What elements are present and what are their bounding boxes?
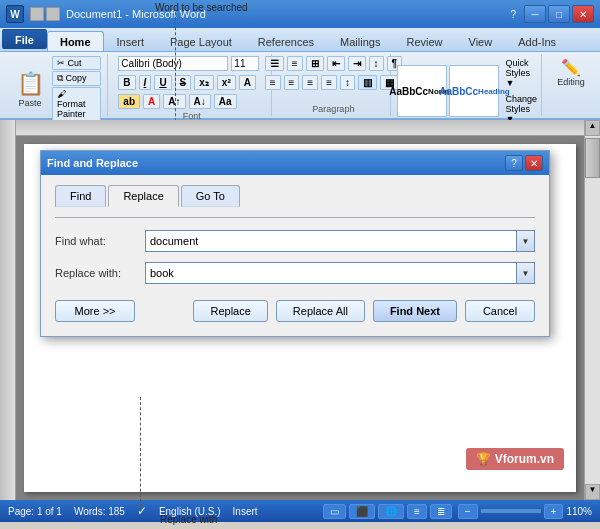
tab-find[interactable]: Find <box>55 185 106 207</box>
editing-group: ✏️ Editing <box>546 54 596 116</box>
outline-button[interactable]: ≡ <box>407 504 427 519</box>
align-left-button[interactable]: ≡ <box>265 75 281 90</box>
copy-button[interactable]: ⧉ Copy <box>52 71 101 86</box>
zoom-out-button[interactable]: − <box>458 504 478 519</box>
dialog-titlebar: Find and Replace ? ✕ <box>41 151 549 175</box>
font-color-button[interactable]: A <box>143 94 160 109</box>
paste-button[interactable]: 📋 Paste <box>10 68 50 110</box>
web-layout-button[interactable]: 🌐 <box>378 504 404 519</box>
tab-page-layout[interactable]: Page Layout <box>157 31 245 51</box>
tab-review[interactable]: Review <box>393 31 455 51</box>
dialog-tabs: Find Replace Go To <box>55 185 535 207</box>
cancel-button[interactable]: Cancel <box>465 300 535 322</box>
view-buttons: ▭ ⬛ 🌐 ≡ ≣ <box>323 504 452 519</box>
quick-access-undo[interactable] <box>46 7 60 21</box>
find-next-button[interactable]: Find Next <box>373 300 457 322</box>
word-count: Words: 185 <box>74 506 125 517</box>
zoom-slider[interactable] <box>481 509 541 513</box>
zoom-in-button[interactable]: + <box>544 504 564 519</box>
close-button[interactable]: ✕ <box>572 5 594 23</box>
align-right-button[interactable]: ≡ <box>302 75 318 90</box>
numbering-button[interactable]: ≡ <box>287 56 303 71</box>
tab-replace[interactable]: Replace <box>108 185 178 207</box>
decrease-indent-button[interactable]: ⇤ <box>327 56 345 71</box>
paragraph-group: ☰ ≡ ⊞ ⇤ ⇥ ↕ ¶ ≡ ≡ ≡ ≡ ↕ ▥ ▦ Pa <box>276 54 391 116</box>
paragraph-label: Paragraph <box>312 104 354 114</box>
find-replace-dialog: Find and Replace ? ✕ Find Replace Go To <box>40 150 550 337</box>
spell-check-icon[interactable]: ✓ <box>137 504 147 518</box>
bold-button[interactable]: B <box>118 75 135 90</box>
font-group: B I U S x₂ x² A ab A A↑ A↓ Aa Font <box>112 54 272 116</box>
heading1-style[interactable]: AaBbCcHeading <box>449 65 499 117</box>
dialog-close-button[interactable]: ✕ <box>525 155 543 171</box>
replace-input[interactable] <box>145 262 517 284</box>
dialog-separator <box>55 217 535 218</box>
editing-icon: ✏️ <box>561 58 581 77</box>
font-size-input[interactable] <box>231 56 259 71</box>
sort-button[interactable]: ↕ <box>369 56 384 71</box>
styles-group: AaBbCcNormal AaBbCcHeading Quick Styles … <box>395 54 542 116</box>
tab-home[interactable]: Home <box>47 31 104 51</box>
quick-styles-button[interactable]: Quick Styles ▼ <box>503 56 539 90</box>
status-bar: Page: 1 of 1 Words: 185 ✓ English (U.S.)… <box>0 500 600 522</box>
tab-file[interactable]: File <box>2 29 47 49</box>
find-label: Find what: <box>55 235 145 247</box>
more-button[interactable]: More >> <box>55 300 135 322</box>
dialog-controls: ? ✕ <box>505 155 543 171</box>
quick-access-save[interactable] <box>30 7 44 21</box>
dialog-buttons: More >> Replace Replace All Find Next Ca… <box>55 300 535 322</box>
word-outer: Quick Style Set command. Both the Themes… <box>0 120 600 500</box>
replace-label: Replace with: <box>55 267 145 279</box>
justify-button[interactable]: ≡ <box>321 75 337 90</box>
tab-references[interactable]: References <box>245 31 327 51</box>
replace-button[interactable]: Replace <box>193 300 267 322</box>
replace-input-dropdown[interactable]: ▼ <box>517 262 535 284</box>
title-bar: W Document1 - Microsoft Word ? ─ □ ✕ <box>0 0 600 28</box>
replace-field: Replace with: ▼ <box>55 262 535 284</box>
help-icon[interactable]: ? <box>510 9 516 20</box>
minimize-button[interactable]: ─ <box>524 5 546 23</box>
tab-insert[interactable]: Insert <box>104 31 158 51</box>
language: English (U.S.) <box>159 506 221 517</box>
shading-button[interactable]: ▥ <box>358 75 377 90</box>
cut-button[interactable]: ✂ Cut <box>52 56 101 70</box>
tab-goto[interactable]: Go To <box>181 185 240 207</box>
strikethrough-button[interactable]: S <box>175 75 192 90</box>
highlight-button[interactable]: ab <box>118 94 140 109</box>
tab-view[interactable]: View <box>456 31 506 51</box>
dialog-help-button[interactable]: ? <box>505 155 523 171</box>
multilevel-list-button[interactable]: ⊞ <box>306 56 324 71</box>
align-center-button[interactable]: ≡ <box>284 75 300 90</box>
underline-button[interactable]: U <box>154 75 171 90</box>
find-input-dropdown[interactable]: ▼ <box>517 230 535 252</box>
line-spacing-button[interactable]: ↕ <box>340 75 355 90</box>
format-painter-button[interactable]: 🖌 Format Painter <box>52 87 101 121</box>
superscript-button[interactable]: x² <box>217 75 236 90</box>
italic-button[interactable]: I <box>139 75 152 90</box>
print-layout-button[interactable]: ▭ <box>323 504 346 519</box>
increase-indent-button[interactable]: ⇥ <box>348 56 366 71</box>
replace-all-button[interactable]: Replace All <box>276 300 365 322</box>
clear-format-button[interactable]: A <box>239 75 256 90</box>
change-case-button[interactable]: Aa <box>214 94 237 109</box>
find-input[interactable] <box>145 230 517 252</box>
editing-btn[interactable]: ✏️ Editing <box>553 56 589 89</box>
bullets-button[interactable]: ☰ <box>265 56 284 71</box>
full-screen-button[interactable]: ⬛ <box>349 504 375 519</box>
subscript-button[interactable]: x₂ <box>194 75 214 90</box>
ribbon-tabs: File Home Insert Page Layout References … <box>0 28 600 52</box>
status-right: ▭ ⬛ 🌐 ≡ ≣ − + 110% <box>323 504 592 519</box>
font-name-input[interactable] <box>118 56 228 71</box>
maximize-button[interactable]: □ <box>548 5 570 23</box>
page-info: Page: 1 of 1 <box>8 506 62 517</box>
word-icon: W <box>6 5 24 23</box>
tab-mailings[interactable]: Mailings <box>327 31 393 51</box>
decrease-font-button[interactable]: A↓ <box>189 94 211 109</box>
clipboard-small-btns: ✂ Cut ⧉ Copy 🖌 Format Painter <box>52 56 101 121</box>
annotation-top: Word to be searched <box>155 2 248 13</box>
draft-button[interactable]: ≣ <box>430 504 452 519</box>
clipboard-group: 📋 Paste ✂ Cut ⧉ Copy 🖌 Format Painter Cl… <box>4 54 108 116</box>
zoom-control: − + 110% <box>458 504 592 519</box>
tab-addins[interactable]: Add-Ins <box>505 31 569 51</box>
dialog-title: Find and Replace <box>47 157 505 169</box>
